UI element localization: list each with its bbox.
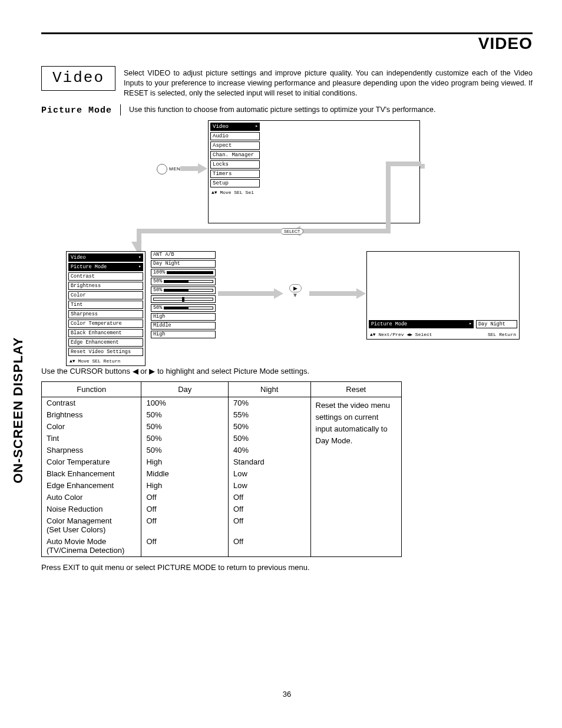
page-title: VIDEO — [41, 34, 533, 53]
osd-video-item: Sharpness — [68, 310, 143, 318]
table-row: 40% — [229, 444, 310, 456]
osd-video-item: Color Temperature — [68, 319, 143, 328]
osd-video-item: Contrast — [68, 272, 143, 281]
table-row: Off — [141, 492, 228, 503]
osd-video-item: Reset Video Settings — [68, 348, 143, 356]
osd-main-footer: ▲▼ Move SEL Sel — [210, 189, 260, 195]
osd-video-title: Video — [68, 253, 143, 262]
table-header-night: Night — [229, 382, 310, 397]
osd-video-item: Black Enhancement — [68, 329, 143, 337]
osd-video-values: ANT A/BDay Night100%50%50%50%HighMiddleH… — [151, 251, 216, 340]
settings-table: Function ContrastBrightnessColorTintShar… — [41, 381, 402, 557]
table-reset-text: Reset the video menu settings on current… — [311, 397, 402, 450]
osd-pm-label: Picture Mode — [369, 320, 474, 328]
table-row: Auto Movie Mode(TV/Cinema Detection) — [42, 536, 141, 556]
select-button-icon: SELECT — [280, 228, 303, 235]
osd-main-item: Audio — [210, 132, 260, 140]
osd-values-row: High — [151, 331, 216, 338]
table-row: Color Management(Set User Colors) — [42, 515, 141, 536]
page-number: 36 — [41, 690, 533, 699]
table-row: Off — [229, 536, 310, 556]
table-row: Black Enhancement — [42, 468, 141, 480]
osd-video-item: Tint — [68, 301, 143, 309]
osd-values-row: 100% — [151, 269, 216, 276]
table-row: Standard — [229, 456, 310, 468]
osd-pm-foot-right: SEL Return — [488, 332, 516, 337]
table-row: High — [141, 456, 228, 468]
table-row: Low — [229, 468, 310, 480]
osd-video-item: Brightness — [68, 282, 143, 290]
table-row: Edge Enhancement — [42, 480, 141, 492]
picture-mode-label: Picture Mode — [41, 104, 112, 116]
osd-values-row: Middle — [151, 322, 216, 330]
osd-video-footer: ▲▼ Move SEL Return — [68, 357, 143, 364]
table-row: Off — [229, 515, 310, 536]
osd-main-item: Chan. Manager — [210, 151, 260, 159]
table-row: Off — [141, 515, 228, 536]
side-section-label: ON-SCREEN DISPLAY — [11, 337, 26, 483]
table-row: Brightness — [42, 409, 141, 421]
osd-picture-mode-selector: Picture Mode Day Night ▲▼ Next/Prev ◀▶ S… — [366, 251, 520, 340]
cursor-instruction: Use the CURSOR buttons ◀ or ▶ to highlig… — [41, 367, 533, 375]
table-row: Tint — [42, 433, 141, 444]
osd-pm-daynight: Day Night — [476, 320, 517, 328]
exit-instruction: Press EXIT to quit menu or select PICTUR… — [41, 563, 533, 572]
picture-mode-description: Use this function to choose from automat… — [129, 104, 435, 114]
table-header-reset: Reset — [311, 382, 402, 397]
osd-video-item: Color — [68, 291, 143, 299]
table-row: 70% — [229, 397, 310, 409]
table-row: Color — [42, 421, 141, 433]
table-row: Noise Reduction — [42, 503, 141, 515]
table-row: 50% — [141, 421, 228, 433]
osd-main-item: Video — [210, 123, 260, 131]
table-row: 50% — [141, 409, 228, 421]
osd-video-item: Picture Mode — [68, 263, 143, 271]
osd-main-item: Setup — [210, 179, 260, 187]
table-row: 100% — [141, 397, 228, 409]
table-row: Off — [141, 503, 228, 515]
table-row: 50% — [229, 433, 310, 444]
osd-main-item: Timers — [210, 170, 260, 178]
osd-video-item: Edge Enhancement — [68, 338, 143, 347]
table-row: High — [141, 480, 228, 492]
osd-values-row: Day Night — [151, 260, 216, 268]
osd-values-row: 50% — [151, 278, 216, 285]
table-row: Off — [229, 492, 310, 503]
osd-values-row: High — [151, 313, 216, 321]
table-row: 55% — [229, 409, 310, 421]
table-row: Auto Color — [42, 492, 141, 503]
table-row: Low — [229, 480, 310, 492]
menu-flow-diagram: MENU VideoAudioAspectChan. ManagerLocksT… — [41, 120, 533, 356]
osd-main-item: Aspect — [210, 141, 260, 150]
osd-values-row — [151, 295, 216, 303]
osd-main-item: Locks — [210, 160, 260, 169]
osd-values-row: 50% — [151, 286, 216, 294]
table-row: 50% — [141, 433, 228, 444]
table-row: Color Temperature — [42, 456, 141, 468]
osd-values-row: 50% — [151, 304, 216, 312]
intro-paragraph: Select VIDEO to adjust picture settings … — [124, 68, 533, 98]
table-row: Off — [229, 503, 310, 515]
osd-pm-foot-left: ▲▼ Next/Prev ◀▶ Select — [370, 332, 432, 337]
cursor-nav-icon: ▶ ▼ — [283, 283, 308, 298]
osd-video-menu: VideoPicture ModeContrastBrightnessColor… — [66, 251, 146, 366]
table-row: Contrast — [42, 397, 141, 409]
table-row: Sharpness — [42, 444, 141, 456]
table-header-day: Day — [141, 382, 228, 397]
osd-values-source: ANT A/B — [151, 251, 216, 259]
table-row: Off — [141, 536, 228, 556]
table-header-function: Function — [42, 382, 141, 397]
video-heading-box: Video — [41, 66, 115, 91]
table-row: 50% — [229, 421, 310, 433]
table-row: Middle — [141, 468, 228, 480]
table-row: 50% — [141, 444, 228, 456]
